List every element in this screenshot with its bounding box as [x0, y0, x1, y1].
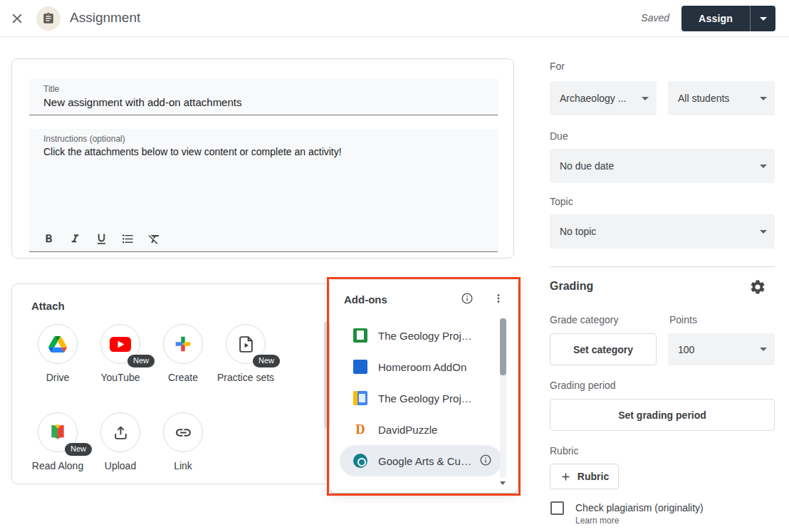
assignment-details-card: Title New assignment with add-on attachm…	[11, 58, 514, 259]
attach-scrollbar[interactable]	[324, 321, 330, 481]
scrollbar-thumb[interactable]	[324, 321, 330, 428]
clear-formatting-icon[interactable]	[146, 231, 162, 246]
settings-sidebar: For Archaeology ... All students Due No …	[538, 37, 789, 532]
points-value: 100	[678, 344, 694, 355]
addon-item-geology-2[interactable]: The Geology Proj…	[330, 382, 518, 414]
students-select[interactable]: All students	[668, 81, 775, 115]
grade-category-label: Grade category	[550, 314, 619, 325]
arts-culture-icon	[353, 454, 367, 468]
instructions-field-label: Instructions (optional)	[43, 134, 484, 144]
new-badge: New	[253, 355, 280, 367]
students-select-value: All students	[678, 93, 729, 104]
attach-option-upload[interactable]: Upload	[89, 412, 152, 473]
grading-period-label: Grading period	[550, 380, 616, 391]
bulleted-list-icon[interactable]	[120, 231, 135, 246]
divider	[550, 266, 775, 267]
addons-popup: Add-ons The Geology Proj… Homeroom AddOn…	[330, 280, 518, 493]
chevron-down-icon	[760, 165, 767, 168]
chevron-down-icon	[760, 97, 767, 100]
top-bar: Assignment Saved Assign	[0, 0, 789, 37]
attach-option-link[interactable]: Link	[152, 412, 214, 473]
attach-option-youtube[interactable]: New YouTube	[89, 324, 152, 385]
assign-button[interactable]: Assign	[681, 6, 750, 31]
new-badge: New	[65, 443, 92, 456]
topic-value: No topic	[560, 226, 596, 237]
geology-green-icon	[353, 328, 367, 343]
addon-name: Google Arts & Cu…	[378, 455, 471, 467]
scroll-down-arrow-icon[interactable]	[500, 481, 506, 485]
addon-item-arts-culture[interactable]: Google Arts & Cu…	[340, 445, 502, 476]
addon-name: The Geology Proj…	[378, 330, 472, 342]
chevron-down-icon	[760, 230, 767, 234]
new-badge: New	[127, 355, 155, 367]
rubric-button-label: Rubric	[578, 471, 609, 482]
save-status: Saved	[641, 12, 669, 24]
attach-option-practice-sets[interactable]: New Practice sets	[214, 324, 277, 385]
addon-item-homeroom[interactable]: Homeroom AddOn	[330, 351, 518, 382]
attach-label: Drive	[26, 370, 89, 385]
learn-more-link[interactable]: Learn more	[575, 516, 619, 526]
youtube-icon	[110, 337, 131, 352]
attach-option-drive[interactable]: Drive	[26, 324, 89, 385]
info-icon[interactable]	[461, 292, 474, 305]
addons-title: Add-ons	[344, 293, 387, 306]
addon-item-geology-1[interactable]: The Geology Proj…	[330, 320, 518, 351]
link-icon	[174, 424, 192, 442]
points-select[interactable]: 100	[668, 333, 775, 365]
scrollbar-thumb[interactable]	[500, 318, 506, 375]
class-select[interactable]: Archaeology ...	[550, 81, 657, 115]
bold-icon[interactable]	[41, 231, 56, 246]
addons-list: The Geology Proj… Homeroom AddOn The Geo…	[330, 320, 518, 476]
set-grading-period-button[interactable]: Set grading period	[550, 399, 775, 431]
for-label: For	[550, 61, 565, 72]
plagiarism-label: Check plagiarism (originality)	[575, 502, 704, 513]
upload-icon	[112, 424, 130, 442]
addon-name: The Geology Proj…	[378, 392, 472, 405]
chevron-down-icon	[642, 97, 649, 100]
title-field-value[interactable]: New assignment with add-on attachments	[43, 96, 484, 108]
attach-label: Read Along	[26, 459, 89, 473]
grading-heading: Grading	[550, 280, 593, 293]
addon-item-davidpuzzle[interactable]: DavidPuzzle	[330, 414, 518, 445]
plagiarism-checkbox[interactable]	[550, 501, 564, 515]
homeroom-blue-icon	[353, 360, 367, 374]
set-category-button[interactable]: Set category	[550, 333, 657, 365]
close-icon	[9, 11, 25, 26]
gear-icon[interactable]	[748, 277, 768, 297]
more-vertical-icon[interactable]	[492, 292, 505, 305]
assign-split-button: Assign	[681, 6, 775, 31]
addons-scrollbar[interactable]	[500, 318, 506, 478]
rubric-label: Rubric	[550, 445, 578, 457]
underline-icon[interactable]	[93, 231, 109, 246]
title-field-label: Title	[43, 84, 484, 94]
davidpuzzle-icon	[353, 422, 367, 437]
addon-name: Homeroom AddOn	[378, 361, 466, 373]
page-title: Assignment	[70, 10, 140, 26]
title-field[interactable]: Title New assignment with add-on attachm…	[29, 79, 498, 115]
drive-icon	[48, 336, 67, 353]
add-rubric-button[interactable]: Rubric	[550, 464, 619, 489]
formatting-toolbar	[41, 231, 162, 246]
attach-label: Practice sets	[214, 370, 277, 385]
attach-label: Link	[152, 459, 214, 473]
attach-label: Upload	[89, 459, 152, 473]
geology-book-icon	[353, 391, 367, 405]
topic-select[interactable]: No topic	[550, 214, 775, 249]
info-icon[interactable]	[479, 454, 492, 466]
chevron-down-icon	[760, 17, 767, 21]
practice-sets-icon	[237, 335, 255, 353]
assign-dropdown-button[interactable]	[750, 6, 775, 31]
close-button[interactable]	[7, 9, 27, 28]
instructions-field[interactable]: Instructions (optional) Click the attach…	[29, 129, 498, 252]
italic-icon[interactable]	[67, 231, 83, 246]
attach-option-create[interactable]: Create	[152, 324, 214, 385]
instructions-field-value[interactable]: Click the attachments below to view cont…	[43, 146, 484, 157]
chevron-down-icon	[760, 348, 767, 351]
points-label: Points	[669, 314, 697, 325]
assignment-type-badge	[36, 6, 61, 31]
read-along-icon	[48, 423, 67, 442]
attach-option-read-along[interactable]: New Read Along	[26, 412, 89, 473]
attach-heading: Attach	[31, 300, 65, 312]
assignment-clipboard-icon	[42, 12, 55, 25]
due-date-select[interactable]: No due date	[550, 149, 775, 183]
